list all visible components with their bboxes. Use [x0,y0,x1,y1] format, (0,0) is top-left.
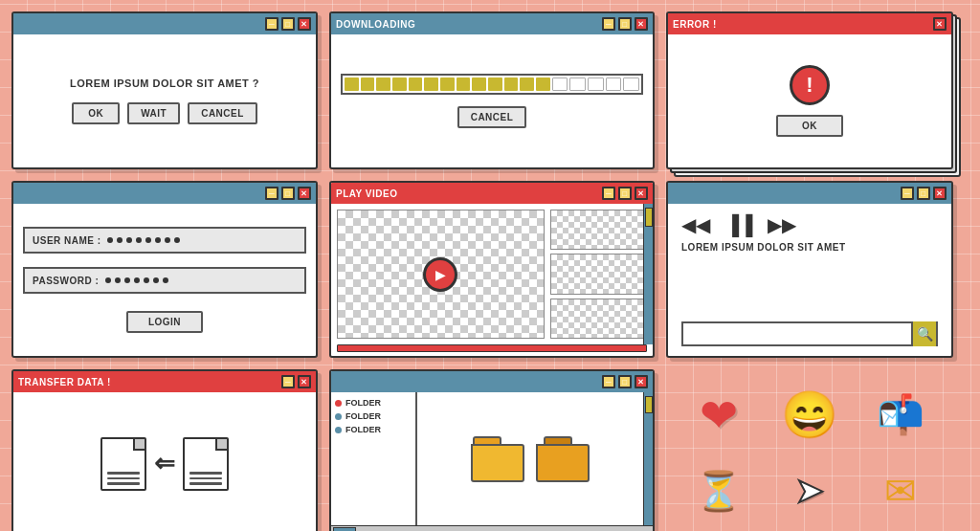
close-btn[interactable]: ✕ [635,17,648,31]
progress-segment [457,77,471,91]
progress-segment [588,77,604,91]
close-btn[interactable]: ✕ [298,17,311,31]
video-scrollbar[interactable] [643,204,653,344]
sidebar-folder-label: FOLDER [345,425,381,434]
progress-segment [392,77,407,91]
folder-top [473,436,501,444]
forward-button[interactable]: ▶▶ [768,213,796,236]
sidebar-dot [335,427,342,433]
sidebar-item-folder-3[interactable]: FOLDER [335,425,412,434]
doc-line [107,482,140,485]
minimize-btn[interactable]: ─ [602,17,615,31]
minimize-btn[interactable]: ─ [265,187,278,200]
bottom-scrollbar-thumb[interactable] [333,527,356,531]
dot [124,277,130,283]
media-now-playing: LOREM IPSUM DOLOR SIT AMET [681,242,846,253]
sidebar-dot [335,413,342,420]
dialog-buttons: OK WAIT CANCEL [72,102,257,124]
minimize-btn[interactable]: ─ [602,187,615,200]
folder-bottom [471,444,524,482]
dot [115,277,121,283]
video-main-screen[interactable]: ▶ [337,210,545,339]
pause-button[interactable]: ▐▐ [725,214,752,236]
close-btn[interactable]: ✕ [298,187,311,200]
progress-segment [552,77,568,91]
video-content: ▶ [331,204,653,344]
search-icon[interactable]: 🔍 [911,321,936,346]
maximize-btn[interactable]: □ [917,187,930,200]
sidebar-item-folder-1[interactable]: FOLDER [335,398,412,408]
dialog-question: LOREM IPSUM DOLOR SIT AMET ? [70,77,259,89]
dot [107,237,113,243]
error-ok-button[interactable]: OK [776,115,843,137]
search-input[interactable] [687,323,911,344]
download-cancel-button[interactable]: CANCEL [457,106,527,128]
maximize-btn[interactable]: □ [281,17,295,31]
scrollbar-thumb[interactable] [645,396,653,413]
close-btn[interactable]: ✕ [933,17,947,31]
sidebar-dot [335,400,342,407]
hourglass-icon: ⏳ [695,469,743,514]
media-body: ◀◀ ▐▐ ▶▶ LOREM IPSUM DOLOR SIT AMET 🔍 [668,204,951,356]
folder-closed[interactable] [471,436,524,482]
file-sidebar: FOLDER FOLDER FOLDER [331,392,417,525]
transfer-arrow: ⇐ [154,449,175,478]
download-window: DOWNLOADING ─ □ ✕ CANCEL [329,11,655,169]
thumbnail-2[interactable] [550,254,653,294]
dot [165,237,170,243]
login-button[interactable]: LOGIN [126,311,203,333]
dot [126,237,132,243]
search-bar[interactable]: 🔍 [681,321,938,346]
ok-button[interactable]: OK [72,102,120,124]
minimize-btn[interactable]: ─ [281,375,295,388]
login-window: ─ □ ✕ USER NAME : PASSWORD : [11,181,318,358]
mail-open-icon: 📬 [877,392,924,437]
close-btn[interactable]: ✕ [635,375,648,388]
rewind-button[interactable]: ◀◀ [681,213,710,236]
thumbnail-1[interactable] [550,210,653,250]
minimize-btn[interactable]: ─ [265,17,278,31]
video-progress-bar[interactable] [337,344,647,352]
maximize-btn[interactable]: □ [618,17,632,31]
progress-segment [440,77,455,91]
scrollbar-thumb[interactable] [645,208,653,227]
file-bottom-scrollbar[interactable] [331,525,653,531]
transfer-window: TRANSFER DATA ! ─ ✕ ⇐ [11,369,318,531]
thumbnail-3[interactable] [550,299,653,339]
progress-segment [345,77,359,91]
cancel-button[interactable]: CANCEL [188,102,257,124]
doc-fold [215,439,227,451]
progress-segment [409,77,423,91]
envelope-icon: ✉ [884,469,917,513]
file-scrollbar[interactable] [643,392,653,525]
password-label: PASSWORD : [33,276,100,286]
transfer-body: ⇐ [13,392,316,531]
password-field[interactable]: PASSWORD : [23,267,306,294]
minimize-btn[interactable]: ─ [602,375,615,388]
play-button[interactable]: ▶ [423,257,457,292]
maximize-btn[interactable]: □ [281,187,295,200]
video-progress-fill [338,345,446,351]
progress-segment [536,77,550,91]
heart-icon: ❤ [700,388,738,442]
wait-button[interactable]: WAIT [127,102,180,124]
maximize-btn[interactable]: □ [618,375,632,388]
maximize-btn[interactable]: □ [618,187,632,200]
smiley-icon: 😄 [781,388,838,442]
doc-fold [133,439,145,451]
login-title-bar: ─ □ ✕ [13,183,316,204]
minimize-btn[interactable]: ─ [901,187,914,200]
file-manager-window: ─ □ ✕ FOLDER FOLDER FOLDER [329,369,655,531]
sidebar-item-folder-2[interactable]: FOLDER [335,411,412,421]
username-field[interactable]: USER NAME : [23,227,306,254]
dialog-window-controls: ─ □ ✕ [265,17,311,31]
folder-open[interactable] [536,436,590,482]
video-body: ▶ [331,204,653,344]
file-manager-body: FOLDER FOLDER FOLDER [331,392,653,525]
close-btn[interactable]: ✕ [635,187,648,200]
close-btn[interactable]: ✕ [933,187,947,200]
download-body: CANCEL [331,34,653,167]
dot [144,277,149,283]
close-btn[interactable]: ✕ [298,375,311,388]
sidebar-folder-label: FOLDER [345,398,381,408]
